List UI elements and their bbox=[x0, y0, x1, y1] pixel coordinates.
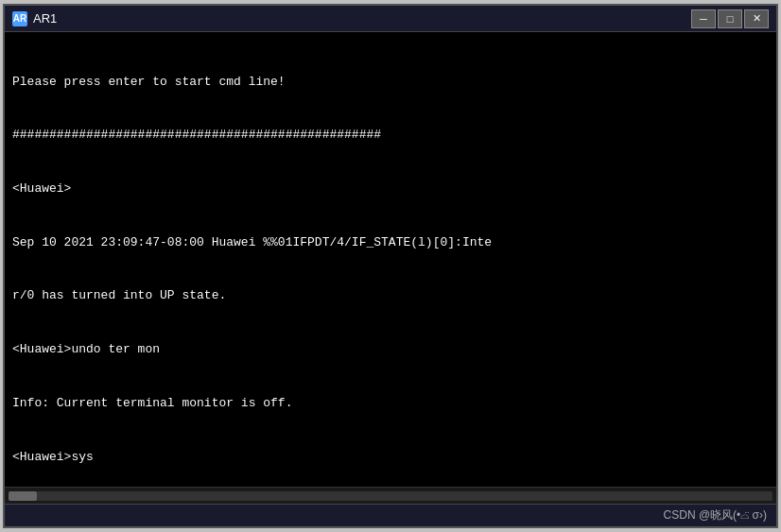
bottom-bar: CSDN @晓风(•⌓̈ σ›) bbox=[5, 504, 776, 526]
terminal-window: AR AR1 ─ □ ✕ Please press enter to start… bbox=[3, 4, 778, 528]
terminal-line-7: Info: Current terminal monitor is off. bbox=[12, 395, 769, 413]
maximize-button[interactable]: □ bbox=[718, 9, 742, 28]
terminal-line-8: <Huawei>sys bbox=[12, 449, 769, 467]
terminal-line-1: Please press enter to start cmd line! bbox=[12, 74, 769, 92]
terminal-body[interactable]: Please press enter to start cmd line! ##… bbox=[5, 32, 776, 487]
scroll-thumb[interactable] bbox=[9, 491, 37, 501]
close-button[interactable]: ✕ bbox=[744, 9, 769, 28]
credit-text: CSDN @晓风(•⌓̈ σ›) bbox=[664, 507, 767, 523]
app-icon: AR bbox=[12, 11, 27, 26]
scroll-track[interactable] bbox=[9, 491, 772, 501]
minimize-button[interactable]: ─ bbox=[691, 9, 716, 28]
title-bar: AR AR1 ─ □ ✕ bbox=[5, 6, 776, 32]
terminal-line-6: <Huawei>undo ter mon bbox=[12, 341, 769, 359]
window-title: AR1 bbox=[33, 11, 57, 26]
terminal-content: Please press enter to start cmd line! ##… bbox=[12, 38, 769, 487]
terminal-line-2: ########################################… bbox=[12, 127, 769, 145]
terminal-line-3: <Huawei> bbox=[12, 180, 769, 198]
title-bar-left: AR AR1 bbox=[12, 11, 57, 26]
terminal-line-4: Sep 10 2021 23:09:47-08:00 Huawei %%01IF… bbox=[12, 234, 769, 252]
window-controls: ─ □ ✕ bbox=[691, 9, 769, 28]
terminal-line-5: r/0 has turned into UP state. bbox=[12, 287, 769, 305]
horizontal-scrollbar[interactable] bbox=[5, 487, 776, 504]
